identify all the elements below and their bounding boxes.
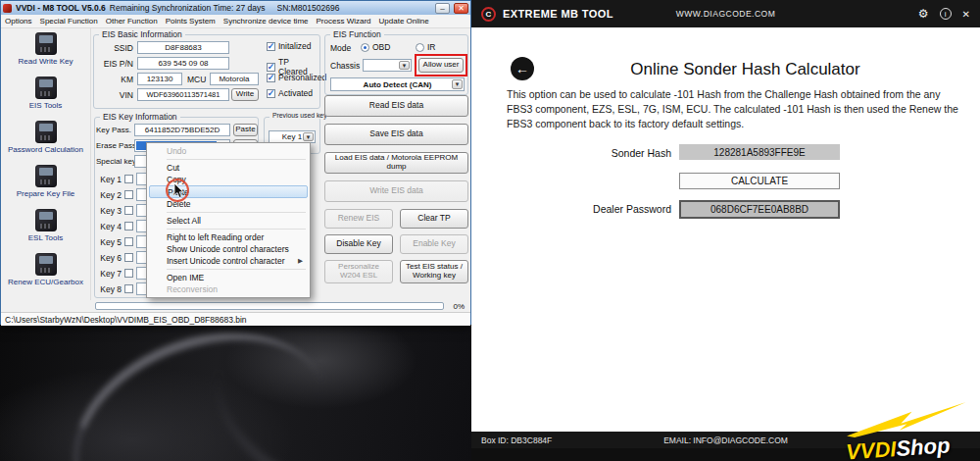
app-body: Read Write Key EIS Tools Password Calcul… xyxy=(1,28,470,300)
key4-checkbox[interactable] xyxy=(124,222,133,230)
checkbox-activated[interactable]: ✓ Activated xyxy=(267,88,313,98)
eis-pn-field[interactable]: 639 545 09 08 xyxy=(137,57,229,70)
mcu-field[interactable]: Motorola xyxy=(210,73,259,85)
mcu-label: MCU xyxy=(187,75,206,84)
close-icon[interactable]: ✕ xyxy=(962,9,970,20)
write-vin-button[interactable]: Write xyxy=(231,88,259,101)
key1-label: Key 1 xyxy=(96,175,122,184)
checkbox-label: Personalized xyxy=(278,73,326,82)
radio-icon xyxy=(361,43,369,52)
sidebar-item-read-write-key[interactable]: Read Write Key xyxy=(1,31,90,76)
km-field[interactable]: 123130 xyxy=(137,73,182,85)
allow-user-button[interactable]: Allow user xyxy=(418,58,464,73)
key8-checkbox[interactable] xyxy=(124,284,133,293)
vin-field[interactable]: WDF63960113571481 xyxy=(137,88,229,101)
submenu-arrow-icon: ▶ xyxy=(298,257,303,265)
disable-key-button[interactable]: Disable Key xyxy=(324,234,393,254)
save-eis-data-button[interactable]: Save EIS data xyxy=(324,124,468,145)
context-menu-item-rtl-reading-order[interactable]: Right to left Reading order xyxy=(149,231,308,243)
menu-separator xyxy=(167,269,306,270)
menu-options[interactable]: Options xyxy=(1,15,36,27)
ecu-device-icon xyxy=(31,252,61,277)
key4-label: Key 4 xyxy=(96,222,122,231)
gear-icon[interactable]: ⚙ xyxy=(918,8,929,20)
logo-text: VVDIShop xyxy=(845,433,977,461)
checkbox-personalized[interactable]: ✓ Personalized xyxy=(267,73,326,82)
auto-detect-combobox[interactable]: Auto Detect (CAN) ▼ xyxy=(330,77,465,91)
sidebar-item-label: Read Write Key xyxy=(19,57,74,66)
radio-obd[interactable]: OBD xyxy=(361,42,390,52)
radio-ir[interactable]: IR xyxy=(416,42,436,52)
key1-checkbox[interactable] xyxy=(124,175,133,183)
page-description: This option can be used to calculate -10… xyxy=(507,87,967,132)
special-key-label: Special key xyxy=(96,157,131,166)
key6-checkbox[interactable] xyxy=(124,253,133,262)
checkbox-box: ✓ xyxy=(267,63,275,72)
key3-label: Key 3 xyxy=(96,206,122,216)
group-title: Previous used key xyxy=(270,112,330,119)
check-icon: ✓ xyxy=(268,74,275,82)
menu-item-label: Insert Unicode control character xyxy=(167,256,284,266)
sidebar-item-renew-ecu-gearbox[interactable]: Renew ECU/Gearbox xyxy=(1,252,90,296)
combobox-value: Key 1 xyxy=(282,132,302,141)
eis-function-group: EIS Function Mode OBD IR Chassis ▼ Allow… xyxy=(324,34,468,95)
read-eis-data-button[interactable]: Read EIS data xyxy=(324,95,468,117)
chevron-down-icon: ▼ xyxy=(399,61,410,70)
menu-update-online[interactable]: Update Online xyxy=(375,15,433,27)
sonder-hash-field[interactable]: 128281A5893FFE9E xyxy=(679,144,840,160)
radio-label: IR xyxy=(427,42,436,52)
context-menu-item-insert-unicode[interactable]: Insert Unicode control character ▶ xyxy=(149,255,308,267)
progress-bar xyxy=(95,302,444,310)
key-pass-label: Key Pass. xyxy=(96,126,131,134)
sidebar-item-label: Prepare Key File xyxy=(17,189,75,198)
check-icon: ✓ xyxy=(268,63,275,72)
minimize-button[interactable]: – xyxy=(435,3,450,14)
sidebar-item-esl-tools[interactable]: ESL Tools xyxy=(1,208,90,252)
sidebar-item-prepare-key-file[interactable]: Prepare Key File xyxy=(1,164,90,208)
dealer-password-field[interactable]: 068D6CF7EE0AB8BD xyxy=(679,200,840,219)
group-title: EIS Key Information xyxy=(100,112,180,122)
calculate-button[interactable]: CALCULATE xyxy=(679,173,840,189)
radio-label: OBD xyxy=(372,42,390,52)
context-menu-item-open-ime[interactable]: Open IME xyxy=(149,272,308,283)
load-eis-data-button[interactable]: Load EIS data / Motorola EEPROM dump xyxy=(324,152,468,174)
eis-basic-info-group: EIS Basic Information SSID D8F88683 EIS … xyxy=(93,34,320,109)
menu-points-system[interactable]: Points System xyxy=(162,15,220,27)
test-eis-status-button[interactable]: Test EIS status / Working key xyxy=(400,260,468,283)
key7-label: Key 7 xyxy=(96,269,122,279)
paste-button[interactable]: Paste xyxy=(233,124,258,136)
checkbox-label: Initalized xyxy=(278,41,312,51)
back-button[interactable]: ← xyxy=(511,57,534,80)
menu-separator xyxy=(167,159,306,160)
menu-other-function[interactable]: Other Function xyxy=(102,15,162,27)
key7-checkbox[interactable] xyxy=(124,269,133,278)
info-icon[interactable]: i xyxy=(940,8,952,20)
chassis-combobox[interactable]: ▼ xyxy=(363,59,412,72)
menu-synchronize-device-time[interactable]: Synchronize device time xyxy=(220,15,313,27)
group-title: EIS Basic Information xyxy=(99,29,185,39)
key2-label: Key 2 xyxy=(96,190,122,200)
sidebar-item-password-calculation[interactable]: Password Calculation xyxy=(1,120,90,164)
menu-process-wizard[interactable]: Process Wizard xyxy=(313,15,375,27)
chevron-down-icon: ▼ xyxy=(303,132,314,141)
eis-device-icon xyxy=(31,76,61,100)
sidebar-item-eis-tools[interactable]: EIS Tools xyxy=(1,76,90,120)
context-menu-item-select-all[interactable]: Select All xyxy=(149,215,308,227)
context-menu-item-show-unicode[interactable]: Show Unicode control characters xyxy=(149,243,308,255)
context-menu-item-cut[interactable]: Cut xyxy=(149,162,308,174)
menu-special-function[interactable]: Special Function xyxy=(36,15,102,27)
sidebar-item-label: EIS Tools xyxy=(29,101,63,110)
key-device-icon xyxy=(31,31,61,56)
check-icon: ✓ xyxy=(268,89,275,98)
key2-checkbox[interactable] xyxy=(124,190,133,199)
key3-checkbox[interactable] xyxy=(124,206,133,215)
key5-checkbox[interactable] xyxy=(124,237,133,246)
extreme-mb-tool-panel: WWW.DIAGCODE.COM C EXTREME MB TOOL ⚙ i ✕… xyxy=(471,0,980,461)
checkbox-initalized[interactable]: ✓ Initalized xyxy=(267,41,312,51)
clear-tp-button[interactable]: Clear TP xyxy=(400,209,468,229)
ssid-field[interactable]: D8F88683 xyxy=(137,41,229,54)
close-button[interactable]: ✕ xyxy=(454,3,468,14)
checkbox-box: ✓ xyxy=(267,42,275,51)
radio-icon xyxy=(416,43,424,52)
key-pass-field[interactable]: 6411852D75BDE52D xyxy=(134,124,230,136)
